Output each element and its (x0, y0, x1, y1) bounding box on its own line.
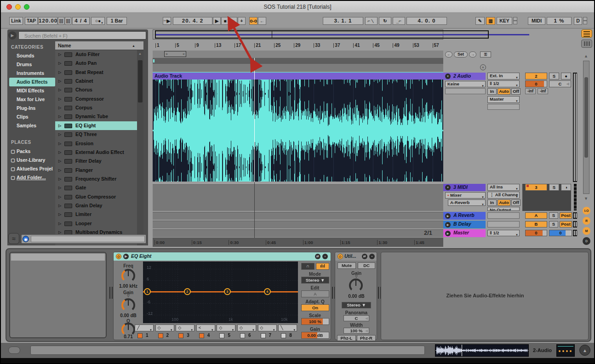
io-section-toggle[interactable]: I-O (583, 207, 590, 215)
master-pan[interactable]: 0 (549, 230, 572, 236)
gain-knob[interactable] (121, 298, 135, 312)
device-item[interactable]: ▷Erosion (55, 139, 137, 148)
loop-start-display[interactable]: 3. 1. 1 (323, 17, 363, 25)
category-plug[interactable]: Plug-Ins (9, 104, 55, 113)
draw-mode-pencil-icon[interactable]: ✎ (475, 17, 485, 25)
return-a-activator[interactable]: A (525, 212, 547, 219)
utility-title-bar[interactable]: ⏻ Util... ⇄ ▪ (335, 252, 377, 261)
scrub-area[interactable] (153, 58, 443, 64)
band-filter-type-menu[interactable]: ▼ (176, 324, 195, 331)
category-afx[interactable]: Audio Effects (9, 78, 55, 86)
mode-select[interactable]: Stereo ▼ (301, 277, 329, 284)
band-activator[interactable] (281, 333, 286, 338)
midi-device-chooser[interactable]: ▪ Mixer▼ (445, 192, 486, 199)
expand-triangle-icon[interactable]: ▷ (58, 157, 61, 165)
expand-triangle-icon[interactable]: ▷ (58, 183, 61, 192)
audio-solo-button[interactable]: S (549, 73, 559, 80)
expand-triangle-icon[interactable]: ▷ (58, 139, 61, 148)
expand-triangle-icon[interactable]: ▷ (58, 121, 61, 130)
audio-pan[interactable]: C◀ (549, 80, 571, 87)
expand-triangle-icon[interactable]: ▷ (58, 112, 61, 121)
mute-button[interactable]: Mute (338, 262, 356, 269)
expand-triangle-icon[interactable]: ▷ (58, 175, 61, 183)
device-item[interactable]: ▷Looper (55, 219, 137, 228)
time-signature[interactable]: 4 / 4 (72, 17, 90, 25)
set-locator-button[interactable]: Set (454, 51, 468, 57)
dc-filter-button[interactable]: DC (358, 262, 375, 269)
midi-solo-button[interactable]: S (549, 184, 559, 191)
expand-triangle-icon[interactable]: ▷ (58, 85, 61, 94)
midi-input-type[interactable]: All Ins▼ (487, 184, 520, 191)
scroll-up-icon[interactable]: ▲ (584, 54, 588, 58)
fold-track-icon[interactable]: ▼ (445, 185, 451, 190)
hot-swap-icon[interactable]: ⇄ (315, 254, 320, 259)
phase-right-button[interactable]: Phz-R (357, 335, 376, 341)
arrangement-position[interactable]: 20. 4. 2 (173, 17, 212, 25)
midi-output[interactable]: No Output▼ (487, 207, 520, 211)
device-item[interactable]: ▷Auto Pan (55, 59, 137, 68)
category-mfx[interactable]: MIDI Effects (9, 86, 55, 95)
play-button[interactable]: ▶ (213, 17, 221, 25)
track-header-return-a[interactable]: ▶ A Reverb (443, 212, 486, 220)
loop-row[interactable]: >< (153, 51, 443, 58)
monitor-in-button[interactable]: In (487, 88, 497, 95)
window-titlebar[interactable]: SOS Tutorial 218 [Tutorials] (1, 1, 594, 13)
search-input[interactable] (18, 31, 146, 40)
expand-triangle-icon[interactable]: ▷ (58, 193, 61, 201)
device-item[interactable]: ▷Flanger (55, 166, 137, 175)
category-max[interactable]: Max for Live (9, 95, 55, 104)
nudge-up-icon[interactable]: ||| (65, 17, 71, 25)
arrangement-view-selector-icon[interactable] (581, 29, 592, 38)
tempo-display[interactable]: 120.00 (38, 17, 57, 25)
expand-triangle-icon[interactable]: ▷ (58, 130, 61, 139)
scroll-down-icon[interactable]: ▼ (584, 196, 588, 201)
return-b-lane[interactable] (153, 221, 443, 228)
loop-button[interactable]: ↻ (379, 17, 391, 25)
device-item[interactable]: ▷Cabinet (55, 77, 137, 85)
overdub-d-button[interactable]: D (574, 17, 582, 25)
audio-clip-title-bar[interactable]: Audio Track (153, 72, 443, 80)
category-smp[interactable]: Samples (9, 121, 55, 130)
return-a-lane[interactable] (153, 212, 443, 220)
beat-ruler[interactable]: 159131721252933374145495357 (153, 43, 443, 50)
play-fold-icon[interactable]: ▶ (445, 213, 451, 219)
device-item[interactable]: ▷Auto Filter (55, 50, 137, 59)
width-slider[interactable]: 100 %◀ (343, 328, 369, 334)
band-activator[interactable] (158, 333, 163, 338)
next-marker-button[interactable]: → (469, 51, 476, 57)
scale-slider[interactable]: 100 % (301, 318, 329, 325)
adapt-q-toggle[interactable]: On (301, 304, 329, 311)
device-item[interactable]: ▷Frequency Shifter (55, 175, 137, 183)
expand-triangle-icon[interactable]: ▷ (58, 59, 61, 68)
nudge-down-icon[interactable]: ||| (58, 17, 64, 25)
mixer-section-toggle[interactable]: M (583, 227, 590, 235)
hide-browser-icon[interactable]: ▶ (8, 31, 17, 40)
automation-arm-button[interactable]: o-o (249, 17, 257, 25)
device-power-icon[interactable]: ⏻ (116, 254, 121, 259)
midi-sub-target[interactable]: A-Reverb▼ (448, 199, 486, 206)
computer-midi-keyboard-icon[interactable]: ▥ (486, 17, 495, 25)
device-item[interactable]: ▷Compressor (55, 95, 137, 103)
midi-track-activator[interactable]: 3 (525, 184, 547, 191)
midi-monitor-auto[interactable]: Auto (498, 199, 510, 206)
punch-in-icon[interactable]: ⌐﹨ (365, 17, 378, 25)
monitor-auto-button[interactable]: Auto (498, 88, 510, 95)
category-inst[interactable]: Instruments (9, 69, 55, 78)
band-filter-type-menu[interactable]: ▼ (135, 324, 154, 331)
scroll-up-icon[interactable]: ▲ (138, 52, 142, 55)
marker-row[interactable] (153, 64, 443, 72)
category-drums[interactable]: Drums (9, 60, 55, 69)
loop-length-display[interactable]: 4. 0. 0 (406, 17, 447, 25)
band-activator[interactable] (261, 333, 266, 338)
return-b-post-button[interactable]: Post (560, 221, 572, 228)
device-item[interactable]: ▷EQ Three (55, 130, 137, 139)
midi-monitor-off[interactable]: Off (511, 199, 521, 206)
list-header[interactable]: Name▲ (55, 41, 143, 50)
audio-input-type[interactable]: Ext. In▼ (487, 73, 520, 80)
expand-triangle-icon[interactable]: ▷ (58, 103, 61, 112)
master-lane[interactable] (153, 229, 443, 237)
return-a-solo[interactable]: S (549, 212, 558, 219)
play-fold-icon[interactable]: ▶ (445, 231, 451, 236)
overdub-button[interactable]: + (238, 17, 246, 25)
audio-output[interactable]: Master▼ (487, 96, 520, 103)
